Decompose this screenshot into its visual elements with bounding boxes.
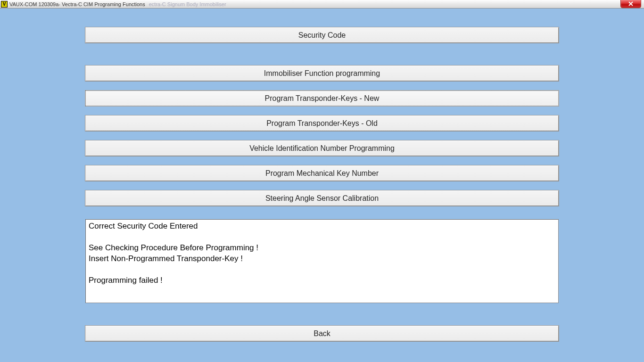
program-keys-old-button[interactable]: Program Transponder-Keys - Old (85, 115, 559, 131)
window-title: VAUX-COM 120309a- Vectra-C CIM Programin… (9, 1, 145, 7)
immobiliser-programming-button[interactable]: Immobiliser Function programming (85, 66, 559, 81)
app-icon: V (1, 1, 8, 8)
mechanical-key-number-button[interactable]: Program Mechanical Key Number (85, 165, 559, 181)
log-output[interactable] (85, 219, 559, 303)
back-button[interactable]: Back (85, 326, 559, 341)
titlebar-ghost-menu: ectra-C Signum Body Immobiliser (149, 1, 226, 7)
close-button[interactable] (620, 0, 641, 8)
content-area: Security Code Immobiliser Function progr… (0, 8, 644, 341)
program-keys-new-button[interactable]: Program Transponder-Keys - New (85, 90, 559, 106)
close-icon (628, 1, 634, 6)
security-code-button[interactable]: Security Code (85, 27, 559, 43)
steering-calibration-button[interactable]: Steering Angle Sensor Calibration (85, 190, 559, 206)
titlebar: V VAUX-COM 120309a- Vectra-C CIM Program… (0, 0, 644, 8)
vin-programming-button[interactable]: Vehicle Identification Number Programmin… (85, 140, 559, 156)
